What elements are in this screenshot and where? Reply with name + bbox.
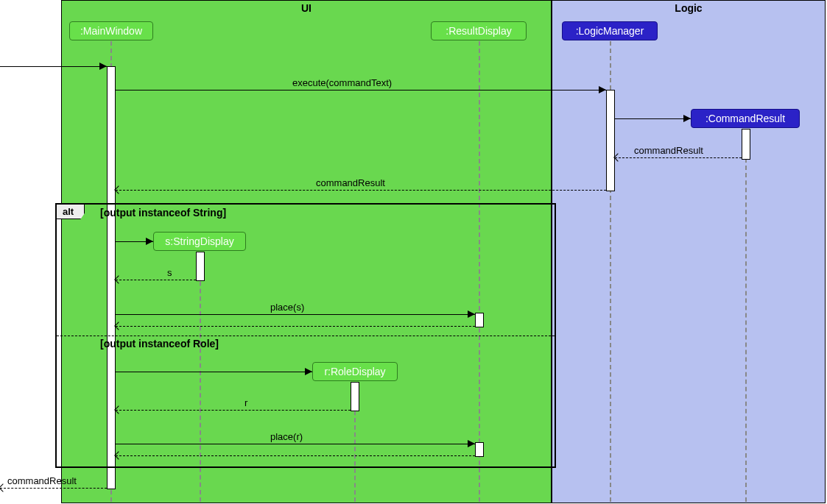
activation-commandresult: [742, 129, 750, 160]
participant-commandresult: :CommandResult: [691, 109, 800, 128]
message-s-return-label: s: [167, 267, 172, 278]
message-commandresult-out-label: commandResult: [7, 475, 77, 486]
message-commandresult-return1-label: commandResult: [634, 145, 703, 156]
message-execute-label: execute(commandText): [292, 77, 392, 88]
participant-mainwindow: :MainWindow: [69, 21, 153, 40]
package-ui-label: UI: [301, 2, 312, 14]
participant-resultdisplay-label: :ResultDisplay: [446, 25, 511, 37]
activation-logicmanager: [606, 90, 615, 191]
message-place-r-label: place(r): [270, 431, 303, 442]
guard-role: [output instanceof Role]: [100, 338, 219, 349]
guard-string: [output instanceof String]: [100, 207, 226, 219]
participant-resultdisplay: :ResultDisplay: [431, 21, 527, 40]
participant-commandresult-label: :CommandResult: [705, 113, 785, 124]
package-logic: Logic: [552, 0, 826, 503]
participant-logicmanager-label: :LogicManager: [576, 25, 644, 37]
lifeline-commandresult: [745, 129, 747, 502]
frame-alt-label: alt: [56, 204, 85, 219]
message-commandresult-return2-label: commandResult: [316, 177, 385, 188]
package-logic-label: Logic: [675, 2, 702, 14]
participant-logicmanager: :LogicManager: [562, 21, 658, 40]
message-r-return-label: r: [244, 397, 247, 408]
frame-alt-separator: [57, 336, 555, 336]
message-place-s-label: place(s): [270, 302, 304, 313]
participant-mainwindow-label: :MainWindow: [80, 25, 142, 37]
frame-alt: alt: [55, 203, 556, 468]
